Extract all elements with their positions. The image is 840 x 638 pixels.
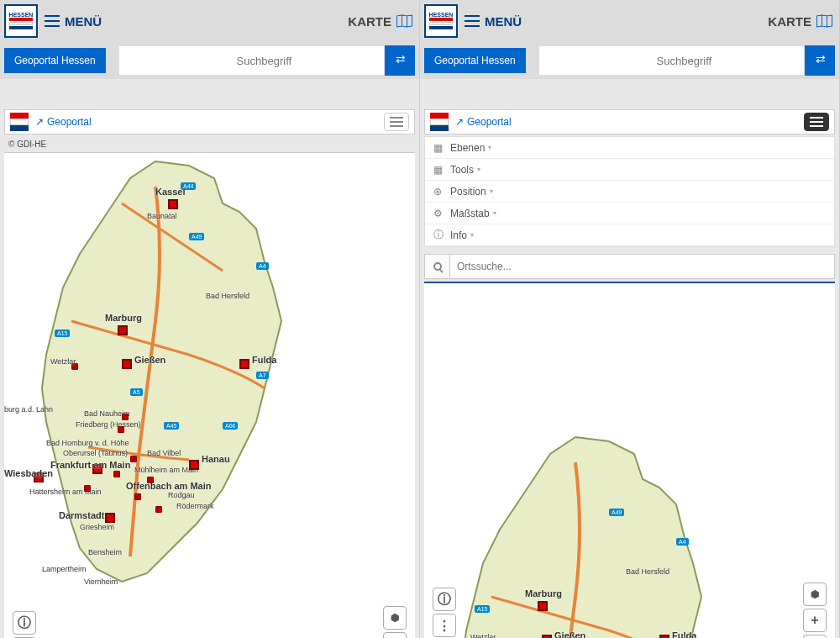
city-label: Lampertheim <box>42 565 87 573</box>
tools-icon: ▦ <box>433 164 445 176</box>
city-label: Wetzlar <box>470 633 496 638</box>
caret-icon: ▾ <box>493 209 496 217</box>
city-label: Oberursel (Taunus) <box>63 449 128 457</box>
hessen-map-svg <box>424 429 727 638</box>
city-marker-fulda <box>659 635 669 638</box>
city-marker <box>84 485 91 492</box>
highway-badge: A5 <box>130 388 143 396</box>
extent-button[interactable]: ⬢ <box>383 606 407 630</box>
city-label: burg a.d. Lahn <box>4 405 53 414</box>
karte-button[interactable]: KARTE <box>348 14 415 29</box>
city-marker-fulda <box>239 359 249 369</box>
highway-badge: A15 <box>55 330 70 337</box>
city-label: Frankfurt am Main <box>50 460 130 470</box>
small-logo <box>430 113 449 131</box>
city-label: Offenbach am Main <box>126 481 211 491</box>
city-label: Marburg <box>525 588 562 598</box>
city-marker-darmstadt <box>105 513 115 523</box>
highway-badge: A7 <box>256 372 269 379</box>
layers-icon: ▦ <box>433 142 445 154</box>
city-marker <box>118 426 124 433</box>
panel-menu-button[interactable] <box>384 113 409 131</box>
caret-icon: ▾ <box>490 187 493 195</box>
city-marker <box>122 414 129 420</box>
city-label: Rödermark <box>176 502 214 510</box>
search-input[interactable] <box>118 45 385 76</box>
info-button[interactable]: ⓘ <box>13 611 36 635</box>
external-link-icon: ↗ <box>455 116 464 128</box>
city-label: Bad Hersfeld <box>626 567 669 576</box>
city-label: Rodgau <box>168 491 195 499</box>
city-label: Baunatal <box>147 212 177 220</box>
zoom-in-button[interactable]: + <box>803 609 827 632</box>
highway-badge: A4 <box>676 538 689 546</box>
menu-button[interactable]: MENÜ <box>465 14 522 29</box>
city-label: Gießen <box>554 630 585 638</box>
search-input[interactable] <box>538 45 805 76</box>
map-canvas[interactable]: A44 A49 A4 A15 A7 A5 A45 A66 Kassel Baun… <box>4 152 415 638</box>
city-marker-giessen <box>122 359 132 369</box>
ort-search-input[interactable] <box>450 255 834 278</box>
geoportal-hessen-button[interactable]: Geoportal Hessen <box>424 48 526 73</box>
city-marker <box>147 477 154 483</box>
city-label: Kassel <box>155 187 185 197</box>
city-label: Hanau <box>202 454 230 464</box>
hamburger-icon <box>465 15 480 27</box>
city-label: Darmstadt <box>59 510 104 520</box>
city-label: Bad Hersfeld <box>206 292 249 300</box>
hamburger-icon <box>45 15 60 27</box>
menu-item-position[interactable]: ⊕ Position▾ <box>425 181 834 203</box>
highway-badge: A45 <box>164 422 179 430</box>
menu-item-ebenen[interactable]: ▦ Ebenen▾ <box>425 137 834 159</box>
zoom-out-button[interactable]: − <box>803 635 827 638</box>
swap-button[interactable]: ⇄ <box>389 49 412 69</box>
city-marker <box>113 471 120 477</box>
city-marker-giessen <box>542 635 552 638</box>
menu-panel: ▦ Ebenen▾ ▦ Tools▾ ⊕ Position▾ ⚙ Maßstab… <box>424 136 835 247</box>
caret-icon: ▾ <box>470 231 474 239</box>
map-icon <box>816 15 832 27</box>
city-label: Bad Vilbel <box>147 449 181 457</box>
info-icon: ⓘ <box>433 228 445 242</box>
hessen-logo[interactable]: HESSEN <box>424 4 458 38</box>
ort-search-icon-box <box>425 255 450 278</box>
menu-button[interactable]: MENÜ <box>45 14 102 29</box>
extent-button[interactable]: ⬢ <box>803 583 827 606</box>
map-canvas[interactable]: A49 A4 A15 A7 A5 A45 A66 Bad Hersfeld Ma… <box>424 282 835 638</box>
city-label: Wiesbaden <box>4 468 53 478</box>
hessen-logo[interactable]: HESSEN <box>4 4 38 38</box>
highway-badge: A4 <box>256 262 269 270</box>
karte-button[interactable]: KARTE <box>768 14 835 29</box>
geoportal-link[interactable]: ↗ Geoportal <box>35 116 92 128</box>
highway-badge: A66 <box>223 422 238 430</box>
swap-icon: ⇄ <box>816 52 826 66</box>
menu-item-massstab[interactable]: ⚙ Maßstab▾ <box>425 203 834 224</box>
swap-button[interactable]: ⇄ <box>809 49 832 69</box>
zoom-in-button[interactable]: + <box>383 632 407 638</box>
caret-icon: ▾ <box>477 166 480 173</box>
city-label: Bad Homburg v. d. Höhe <box>46 439 129 447</box>
city-label: Viernheim <box>84 577 118 586</box>
city-label: Griesheim <box>80 523 114 531</box>
city-label: Fulda <box>252 355 276 365</box>
small-logo <box>10 113 29 131</box>
highway-badge: A49 <box>609 509 624 516</box>
swap-icon: ⇄ <box>396 52 406 66</box>
city-marker-kassel <box>168 199 178 209</box>
geoportal-link[interactable]: ↗ Geoportal <box>455 116 512 128</box>
geoportal-hessen-button[interactable]: Geoportal Hessen <box>4 48 106 73</box>
city-label: Bensheim <box>88 548 122 556</box>
info-button[interactable]: ⓘ <box>433 588 456 611</box>
menu-item-info[interactable]: ⓘ Info▾ <box>425 224 834 246</box>
more-button[interactable]: ⋮ <box>433 614 456 637</box>
city-marker <box>134 493 141 500</box>
gear-icon: ⚙ <box>433 208 445 219</box>
menu-item-tools[interactable]: ▦ Tools▾ <box>425 159 834 181</box>
city-label: Fulda <box>672 630 696 638</box>
city-marker <box>130 456 137 462</box>
panel-menu-button-active[interactable] <box>804 113 829 131</box>
highway-badge: A15 <box>475 605 490 613</box>
caret-icon: ▾ <box>488 144 491 151</box>
external-link-icon: ↗ <box>35 116 44 128</box>
map-icon <box>396 15 412 27</box>
